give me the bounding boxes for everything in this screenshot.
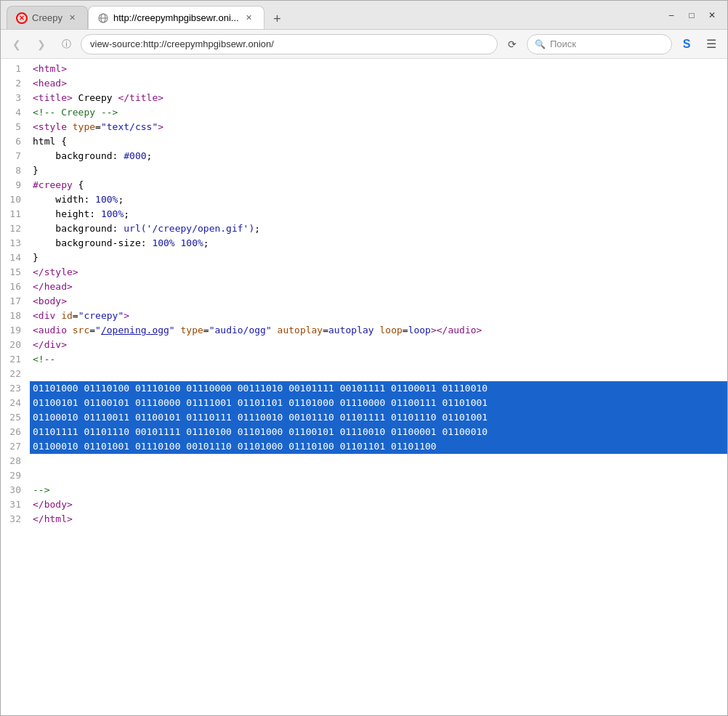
line-num-4: 4 xyxy=(1,105,30,120)
source-line-23: 23 01101000 01110100 01110100 01110000 0… xyxy=(1,381,727,396)
line-num-2: 2 xyxy=(1,76,30,91)
source-line-30: 30 --> xyxy=(1,483,727,497)
source-line-24: 24 01100101 01100101 01110000 01111001 0… xyxy=(1,396,727,410)
source-line-28: 28 xyxy=(1,454,727,468)
line-content-3: <title> Creepy </title> xyxy=(30,91,727,105)
source-line-11: 11 height: 100%; xyxy=(1,207,727,221)
line-num-10: 10 xyxy=(1,192,30,207)
line-content-8: } xyxy=(30,163,727,178)
tab-creepy[interactable]: Creepy ✕ xyxy=(7,6,88,29)
line-content-16: </head> xyxy=(30,280,727,294)
source-line-1: 1 <html> xyxy=(1,62,727,76)
source-line-16: 16 </head> xyxy=(1,280,727,294)
new-tab-button[interactable]: + xyxy=(267,9,288,29)
line-num-20: 20 xyxy=(1,338,30,352)
source-line-20: 20 </div> xyxy=(1,338,727,352)
line-num-26: 26 xyxy=(1,425,30,439)
line-num-29: 29 xyxy=(1,468,30,483)
line-content-5: <style type="text/css"> xyxy=(30,120,727,134)
line-content-7: background: #000; xyxy=(30,149,727,163)
line-num-22: 22 xyxy=(1,367,30,381)
source-line-22: 22 xyxy=(1,367,727,381)
line-num-32: 32 xyxy=(1,512,30,526)
line-num-15: 15 xyxy=(1,265,30,280)
source-line-26: 26 01101111 01101110 00101111 01110100 0… xyxy=(1,425,727,439)
line-content-24: 01100101 01100101 01110000 01111001 0110… xyxy=(30,396,727,410)
line-content-17: <body> xyxy=(30,294,727,309)
line-num-19: 19 xyxy=(1,323,30,338)
line-content-13: background-size: 100% 100%; xyxy=(30,236,727,251)
line-num-24: 24 xyxy=(1,396,30,410)
menu-button[interactable]: ☰ xyxy=(701,34,721,54)
minimize-button[interactable]: – xyxy=(662,6,681,25)
tab-label-creepy: Creepy xyxy=(32,12,62,23)
line-content-9: #creepy { xyxy=(30,178,727,192)
line-content-1: <html> xyxy=(30,62,727,76)
line-content-2: <head> xyxy=(30,76,727,91)
search-box[interactable]: 🔍 Поиск xyxy=(527,34,672,54)
maximize-button[interactable]: □ xyxy=(682,6,701,25)
search-icon: 🔍 xyxy=(535,39,546,49)
line-num-6: 6 xyxy=(1,134,30,149)
tab-close-source[interactable]: ✕ xyxy=(243,12,255,24)
source-line-8: 8 } xyxy=(1,163,727,178)
tab-favicon-no xyxy=(16,12,28,24)
line-num-16: 16 xyxy=(1,280,30,294)
title-bar: Creepy ✕ http://creepymhpgibsewr.oni... … xyxy=(1,1,727,30)
tab-close-creepy[interactable]: ✕ xyxy=(67,12,78,24)
source-line-5: 5 <style type="text/css"> xyxy=(1,120,727,134)
line-num-11: 11 xyxy=(1,207,30,221)
profile-button[interactable]: S xyxy=(676,34,697,54)
source-line-4: 4 <!-- Creepy --> xyxy=(1,105,727,120)
line-content-14: } xyxy=(30,251,727,265)
search-placeholder: Поиск xyxy=(550,38,576,49)
source-line-18: 18 <div id="creepy"> xyxy=(1,309,727,323)
address-field[interactable]: view-source:http://creepymhpgibsewr.onio… xyxy=(81,34,498,54)
address-bar: ❮ ❯ ⓘ view-source:http://creepymhpgibsew… xyxy=(1,30,727,59)
source-line-17: 17 <body> xyxy=(1,294,727,309)
line-content-23: 01101000 01110100 01110100 01110000 0011… xyxy=(30,381,727,396)
line-content-29 xyxy=(30,468,727,483)
line-content-18: <div id="creepy"> xyxy=(30,309,727,323)
tab-source[interactable]: http://creepymhpgibsewr.oni... ✕ xyxy=(88,6,264,29)
line-num-30: 30 xyxy=(1,483,30,497)
line-content-30: --> xyxy=(30,483,727,497)
line-num-13: 13 xyxy=(1,236,30,251)
reload-button[interactable]: ⟳ xyxy=(502,34,522,54)
source-line-31: 31 </body> xyxy=(1,497,727,512)
globe-icon xyxy=(98,13,108,23)
line-content-19: <audio src="/opening.ogg" type="audio/og… xyxy=(30,323,727,338)
source-view: 1 <html> 2 <head> 3 <title> Creepy </tit… xyxy=(1,59,727,715)
line-content-25: 01100010 01110011 01100101 01110111 0111… xyxy=(30,410,727,425)
line-num-21: 21 xyxy=(1,352,30,367)
browser-window: Creepy ✕ http://creepymhpgibsewr.oni... … xyxy=(0,0,728,716)
source-line-2: 2 <head> xyxy=(1,76,727,91)
back-button[interactable]: ❮ xyxy=(7,34,27,54)
line-num-12: 12 xyxy=(1,221,30,236)
info-button[interactable]: ⓘ xyxy=(56,34,76,54)
source-line-21: 21 <!-- xyxy=(1,352,727,367)
line-content-15: </style> xyxy=(30,265,727,280)
source-line-10: 10 width: 100%; xyxy=(1,192,727,207)
line-content-27: 01100010 01101001 01110100 00101110 0110… xyxy=(30,439,727,454)
source-line-19: 19 <audio src="/opening.ogg" type="audio… xyxy=(1,323,727,338)
line-num-17: 17 xyxy=(1,294,30,309)
line-num-8: 8 xyxy=(1,163,30,178)
source-line-27: 27 01100010 01101001 01110100 00101110 0… xyxy=(1,439,727,454)
line-num-23: 23 xyxy=(1,381,30,396)
line-num-3: 3 xyxy=(1,91,30,105)
source-line-7: 7 background: #000; xyxy=(1,149,727,163)
source-line-29: 29 xyxy=(1,468,727,483)
close-button[interactable]: ✕ xyxy=(703,6,721,25)
source-line-14: 14 } xyxy=(1,251,727,265)
tab-bar: Creepy ✕ http://creepymhpgibsewr.oni... … xyxy=(7,1,656,29)
line-num-27: 27 xyxy=(1,439,30,454)
window-controls: – □ ✕ xyxy=(662,6,721,25)
line-num-18: 18 xyxy=(1,309,30,323)
line-num-14: 14 xyxy=(1,251,30,265)
line-content-22 xyxy=(30,367,727,381)
line-num-5: 5 xyxy=(1,120,30,134)
line-content-28 xyxy=(30,454,727,468)
forward-button[interactable]: ❯ xyxy=(31,34,52,54)
line-content-20: </div> xyxy=(30,338,727,352)
